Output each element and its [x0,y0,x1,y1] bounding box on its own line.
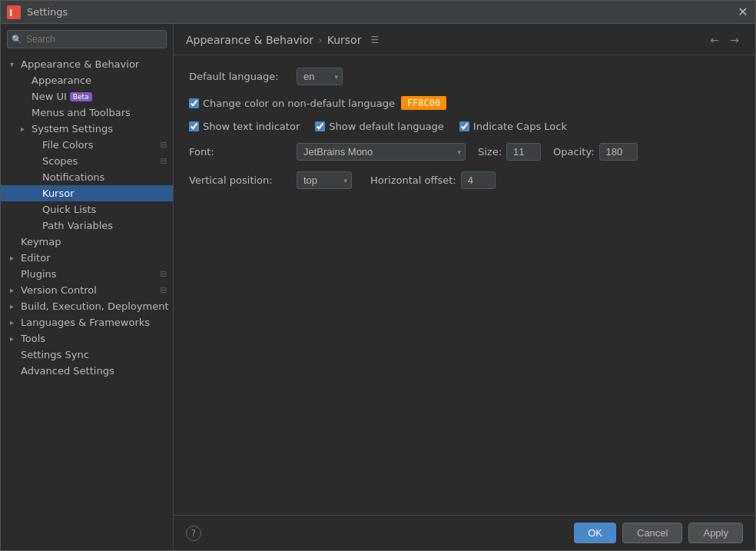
vertical-position-row: Vertical position: top bottom center ▾ H… [189,171,740,189]
nav-section: ▾ Appearance & Behavior Appearance New U… [1,55,173,380]
sidebar-item-new-ui[interactable]: New UI Beta [1,88,173,105]
search-input[interactable] [7,30,167,48]
sidebar-item-quick-lists[interactable]: Quick Lists [1,201,173,217]
grid-icon: ⊟ [161,270,167,278]
size-input[interactable] [506,143,541,161]
sidebar-item-appearance[interactable]: Appearance [1,72,173,88]
back-arrow[interactable]: ← [706,32,723,48]
size-label: Size: [478,146,502,158]
breadcrumb: Appearance & Behavior › Kursor ☰ [186,34,379,46]
grid-icon: ⊟ [161,157,167,165]
sidebar-item-version-control[interactable]: ▸ Version Control ⊟ [1,282,173,298]
indicate-caps-lock-checkbox[interactable] [459,121,469,131]
sidebar-item-file-colors[interactable]: File Colors ⊟ [1,137,173,153]
indicate-caps-lock-label[interactable]: Indicate Caps Lock [459,121,567,132]
show-default-language-text: Show default language [329,121,444,132]
chevron-right-icon: ▸ [10,334,21,343]
font-select-wrap: JetBrains Mono ▾ [297,143,466,161]
change-color-checkbox[interactable] [189,98,199,108]
apply-button[interactable]: Apply [688,523,743,543]
show-text-indicator-checkbox[interactable] [189,121,199,131]
sidebar-item-editor[interactable]: ▸ Editor [1,250,173,266]
change-color-row: Change color on non-default language FF8… [189,96,740,110]
change-color-label: Change color on non-default language [203,98,395,109]
default-language-row: Default language: en ▾ [189,68,740,85]
sidebar-item-languages[interactable]: ▸ Languages & Frameworks [1,314,173,330]
beta-badge: Beta [70,92,92,101]
svg-text:I: I [9,8,12,18]
sidebar-item-path-variables[interactable]: Path Variables [1,217,173,234]
close-button[interactable]: ✕ [737,6,749,18]
opacity-input[interactable] [599,143,638,161]
footer-buttons: OK Cancel Apply [574,523,743,543]
color-swatch[interactable]: FF8C00 [401,96,446,110]
sidebar: 🔍 ▾ Appearance & Behavior Appearance New… [1,24,174,550]
edit-icon[interactable]: ☰ [370,35,379,45]
forward-arrow[interactable]: → [726,32,743,48]
search-icon: 🔍 [12,35,22,45]
cancel-button[interactable]: Cancel [622,523,682,543]
settings-window: I Settings ✕ 🔍 ▾ Appearance & Behavior A… [0,0,756,551]
titlebar: I Settings ✕ [1,1,755,24]
help-icon: ? [191,528,196,539]
indicate-caps-lock-text: Indicate Caps Lock [473,121,567,132]
font-select[interactable]: JetBrains Mono [297,143,466,161]
sidebar-item-appearance-behavior[interactable]: ▾ Appearance & Behavior [1,56,173,72]
horizontal-offset-input[interactable] [461,171,496,189]
chevron-right-icon: ▸ [21,124,32,133]
vertical-position-label: Vertical position: [189,174,297,186]
sidebar-item-build[interactable]: ▸ Build, Execution, Deployment [1,298,173,314]
show-text-indicator-label[interactable]: Show text indicator [189,121,300,132]
opacity-label: Opacity: [553,146,594,158]
vertical-position-select[interactable]: top bottom center [297,171,352,189]
chevron-right-icon: ▸ [10,318,21,327]
sidebar-item-kursor[interactable]: Kursor [1,185,173,201]
ok-button[interactable]: OK [574,523,616,543]
vertical-position-select-wrap: top bottom center ▾ [297,171,352,189]
font-label: Font: [189,146,297,158]
main-body: Default language: en ▾ Change color on n… [174,55,755,515]
show-default-language-checkbox[interactable] [315,121,325,131]
app-logo: I [7,5,21,19]
breadcrumb-sep: › [318,34,323,46]
nav-arrows: ← → [706,32,743,48]
sidebar-item-plugins[interactable]: Plugins ⊟ [1,266,173,282]
show-text-indicator-text: Show text indicator [203,121,300,132]
search-box: 🔍 [7,30,167,48]
default-language-label: Default language: [189,71,297,82]
sidebar-item-system-settings[interactable]: ▸ System Settings [1,121,173,137]
sidebar-item-advanced-settings[interactable]: Advanced Settings [1,363,173,379]
grid-icon: ⊟ [161,286,167,294]
window-title: Settings [27,6,737,18]
show-default-language-label[interactable]: Show default language [315,121,444,132]
breadcrumb-parent: Appearance & Behavior [186,34,313,46]
main-header: Appearance & Behavior › Kursor ☰ ← → [174,24,755,55]
footer: ? OK Cancel Apply [174,515,755,550]
sidebar-item-settings-sync[interactable]: Settings Sync [1,347,173,363]
chevron-right-icon: ▸ [10,302,21,310]
sidebar-item-tools[interactable]: ▸ Tools [1,330,173,347]
chevron-right-icon: ▸ [10,254,21,262]
main-panel: Appearance & Behavior › Kursor ☰ ← → Def… [174,24,755,550]
default-language-select[interactable]: en [297,68,343,85]
sidebar-item-scopes[interactable]: Scopes ⊟ [1,153,173,169]
breadcrumb-current: Kursor [327,34,362,46]
font-row: Font: JetBrains Mono ▾ Size: Opacity: [189,143,740,161]
change-color-checkbox-label[interactable]: Change color on non-default language [189,98,395,109]
horizontal-offset-label: Horizontal offset: [370,174,456,186]
default-language-select-wrap: en ▾ [297,68,343,85]
content-area: 🔍 ▾ Appearance & Behavior Appearance New… [1,24,755,550]
sidebar-item-menus-toolbars[interactable]: Menus and Toolbars [1,105,173,121]
indicators-row: Show text indicator Show default languag… [189,121,740,132]
chevron-down-icon: ▾ [10,60,21,68]
sidebar-item-notifications[interactable]: Notifications [1,169,173,185]
help-button[interactable]: ? [186,526,201,541]
grid-icon: ⊟ [161,141,167,149]
sidebar-item-keymap[interactable]: Keymap [1,234,173,250]
chevron-right-icon: ▸ [10,286,21,294]
